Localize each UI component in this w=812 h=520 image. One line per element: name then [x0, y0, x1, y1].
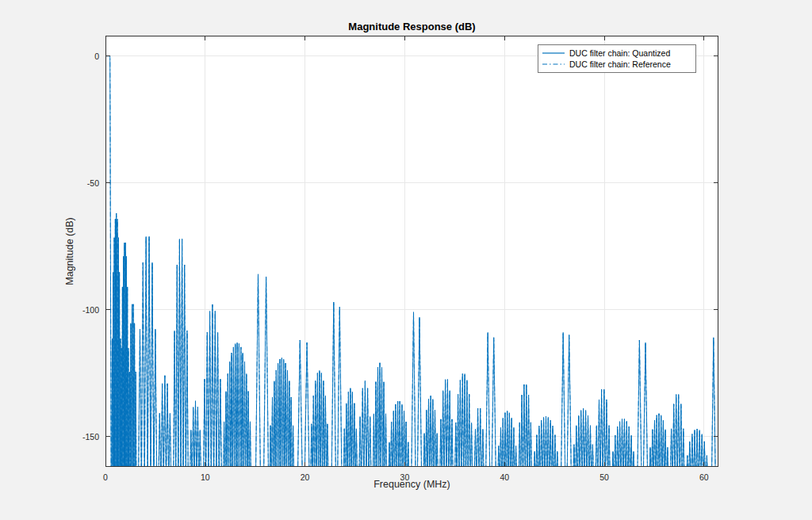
y-axis-label: Magnitude (dB) — [64, 217, 75, 285]
quantized-response-curve — [105, 56, 715, 467]
magnitude-response-plot — [105, 36, 718, 467]
legend-label-quantized: DUC filter chain: Quantized — [569, 48, 670, 58]
figure-window: Magnitude Response (dB) 0102030405060 0-… — [0, 0, 812, 520]
reference-response-curve — [105, 56, 715, 467]
y-tick-label: -150 — [58, 432, 99, 442]
y-tick-label: -50 — [58, 178, 99, 188]
dash-dot-line-icon — [542, 59, 565, 69]
legend-box[interactable]: DUC filter chain: Quantized DUC filter c… — [538, 44, 696, 73]
y-tick-label: 0 — [58, 52, 99, 61]
x-axis-label: Frequency (MHz) — [105, 479, 718, 490]
legend-entry-reference: DUC filter chain: Reference — [542, 59, 691, 70]
solid-line-icon — [542, 48, 565, 58]
y-tick-label: -100 — [58, 305, 99, 315]
chart-title: Magnitude Response (dB) — [105, 21, 718, 32]
legend-label-reference: DUC filter chain: Reference — [569, 59, 671, 69]
legend-entry-quantized: DUC filter chain: Quantized — [542, 48, 691, 59]
axes-box — [106, 36, 718, 467]
